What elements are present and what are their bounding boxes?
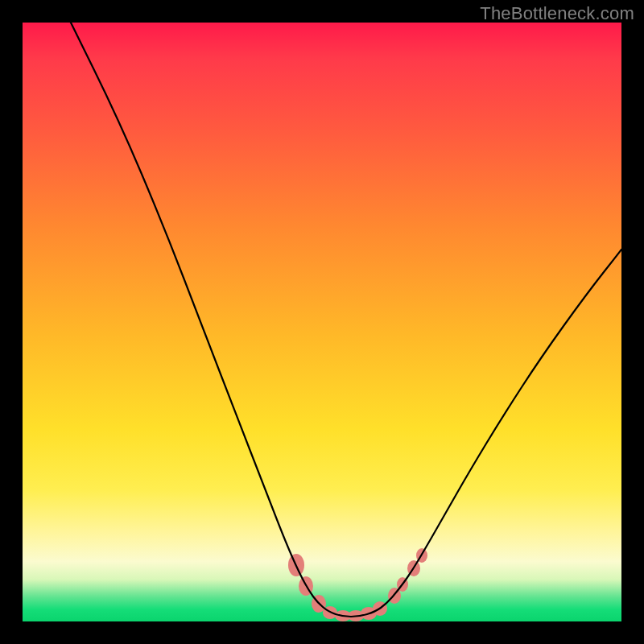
plot-area xyxy=(23,23,621,621)
watermark-text: TheBottleneck.com xyxy=(480,3,634,24)
markers-group xyxy=(288,548,427,621)
bottleneck-curve xyxy=(68,23,621,617)
bottleneck-chart xyxy=(23,23,621,621)
chart-frame: TheBottleneck.com xyxy=(0,0,644,644)
